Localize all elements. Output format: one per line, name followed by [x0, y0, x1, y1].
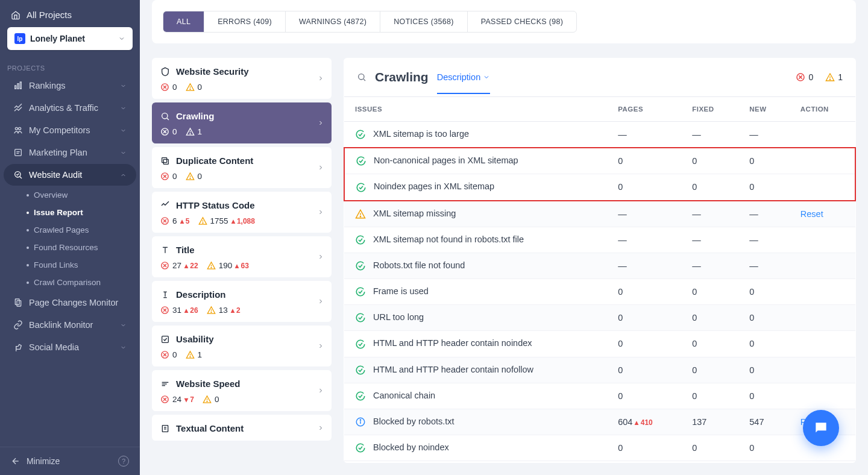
- search-icon[interactable]: [357, 72, 366, 82]
- svg-point-31: [190, 178, 190, 178]
- warn-count: 1: [198, 350, 203, 359]
- filter-tab[interactable]: PASSED CHECKS (98): [468, 11, 576, 32]
- issue-row[interactable]: HTML and HTTP header contain nofollow 0 …: [344, 357, 855, 383]
- sidebar-item-backlink-monitor[interactable]: Backlink Monitor: [4, 314, 136, 336]
- chat-icon: [813, 420, 829, 436]
- header-counts: 0 1: [796, 72, 843, 82]
- header-warn-count: 1: [838, 72, 843, 82]
- sidebar-item-social-media[interactable]: Social Media: [4, 336, 136, 358]
- category-card[interactable]: Title27▴ 22190▴ 63: [152, 236, 332, 277]
- issue-row[interactable]: XML sitemap missing — — — Reset: [344, 201, 855, 227]
- new-cell: 0: [738, 279, 790, 305]
- category-card[interactable]: Crawling01: [152, 102, 332, 143]
- svg-point-77: [357, 157, 365, 166]
- sidebar-item-website-audit[interactable]: Website Audit: [4, 164, 136, 186]
- issue-name: XML sitemap missing: [373, 209, 456, 218]
- issue-name: Blocked by noindex: [373, 442, 449, 452]
- issue-name: Frame is used: [373, 286, 429, 296]
- filter-tab[interactable]: NOTICES (3568): [380, 11, 467, 32]
- category-name: Website Speed: [176, 379, 240, 389]
- pages-cell: 0: [607, 305, 681, 331]
- minimize-button[interactable]: Minimize ?: [0, 447, 140, 475]
- bullet-icon: [27, 247, 29, 249]
- category-panel[interactable]: Website Security00Crawling01Duplicate Co…: [152, 58, 332, 463]
- issue-row[interactable]: XML sitemap is too large — — —: [344, 122, 855, 148]
- category-card[interactable]: Textual Content: [152, 415, 332, 441]
- svg-point-18: [162, 113, 168, 118]
- svg-point-80: [360, 216, 360, 216]
- action-cell: [790, 227, 855, 253]
- issue-row[interactable]: Frame is used 0 0 0: [344, 279, 855, 305]
- category-card[interactable]: Duplicate Content00: [152, 147, 332, 188]
- nav-icon: [13, 298, 23, 307]
- all-projects-link[interactable]: All Projects: [0, 0, 140, 27]
- sidebar-item-page-changes-monitor[interactable]: Page Changes Monitor: [4, 292, 136, 313]
- issue-name-cell: Blocked by noindex: [344, 435, 607, 461]
- action-cell: Reset: [790, 201, 855, 227]
- project-selector[interactable]: lp Lonely Planet: [7, 27, 133, 50]
- pages-cell: 0: [607, 148, 681, 174]
- help-icon[interactable]: ?: [118, 456, 129, 467]
- sidebar-subitem-crawled-pages[interactable]: Crawled Pages: [27, 221, 140, 239]
- projects-section-label: PROJECTS: [0, 60, 140, 74]
- error-delta: ▴ 5: [180, 217, 190, 225]
- issue-row[interactable]: Blocked by robots.txt 604 ▴ 410 137 547 …: [344, 409, 855, 435]
- svg-point-65: [207, 401, 207, 401]
- error-icon: [160, 306, 169, 315]
- subitem-label: Crawled Pages: [34, 225, 89, 234]
- sidebar-subitem-found-resources[interactable]: Found Resources: [27, 239, 140, 256]
- issue-row[interactable]: URL too long 0 0 0: [344, 305, 855, 331]
- svg-point-85: [356, 340, 365, 348]
- issue-row[interactable]: Canonical chain 0 0 0: [344, 383, 855, 409]
- sidebar-subitem-issue-report[interactable]: Issue Report: [27, 204, 140, 221]
- sidebar-item-marketing-plan[interactable]: Marketing Plan: [4, 142, 136, 163]
- category-counts: 01: [160, 127, 323, 136]
- issue-row[interactable]: Noindex pages in XML sitemap 0 0 0: [344, 174, 855, 201]
- error-icon: [160, 83, 169, 92]
- error-count: 0: [172, 350, 177, 359]
- issue-row[interactable]: Non-canonical pages in XML sitemap 0 0 0: [344, 148, 855, 174]
- filter-tab[interactable]: ERRORS (409): [204, 11, 286, 32]
- view-mode-selector[interactable]: Description: [437, 72, 491, 94]
- header-error-count: 0: [808, 72, 813, 82]
- issue-row[interactable]: Robots.txt file not found — — —: [344, 253, 855, 278]
- fixed-cell: —: [681, 253, 738, 278]
- svg-line-70: [363, 79, 365, 81]
- chevron-down-icon: [120, 149, 127, 156]
- sidebar-item-analytics-traffic[interactable]: Analytics & Traffic: [4, 97, 136, 119]
- warning-icon: [186, 172, 195, 181]
- check-icon: [355, 260, 366, 271]
- chevron-right-icon: [317, 342, 324, 350]
- reset-link[interactable]: Reset: [800, 209, 823, 219]
- sidebar-item-rankings[interactable]: Rankings: [4, 75, 136, 96]
- warning-icon: [207, 306, 216, 315]
- bullet-icon: [27, 212, 29, 214]
- sidebar-subitem-overview[interactable]: Overview: [27, 186, 140, 204]
- svg-line-19: [167, 118, 169, 119]
- error-icon: [796, 72, 805, 82]
- filter-tab[interactable]: WARNINGS (4872): [286, 11, 380, 32]
- warning-icon: [207, 261, 216, 270]
- category-card[interactable]: Website Speed24▾ 70: [152, 370, 332, 411]
- fixed-cell: 0: [681, 357, 738, 383]
- category-card[interactable]: Website Security00: [152, 58, 332, 99]
- sidebar-subitem-crawl-comparison[interactable]: Crawl Comparison: [27, 274, 140, 291]
- nav-label: My Competitors: [29, 125, 90, 135]
- category-card[interactable]: Description31▴ 2613▴ 2: [152, 281, 332, 322]
- error-count: 0: [172, 83, 177, 92]
- category-card[interactable]: HTTP Status Code6▴ 51755▴ 1,088: [152, 192, 332, 233]
- issue-row[interactable]: HTML and HTTP header contain noindex 0 0…: [344, 331, 855, 357]
- sidebar-subitem-found-links[interactable]: Found Links: [27, 256, 140, 274]
- category-card[interactable]: Usability01: [152, 326, 332, 366]
- sidebar-item-my-competitors[interactable]: My Competitors: [4, 119, 136, 141]
- chat-fab[interactable]: [803, 410, 839, 446]
- pages-cell: 0: [607, 383, 681, 409]
- chevron-down-icon: [120, 83, 127, 89]
- issue-row[interactable]: XML sitemap not found in robots.txt file…: [344, 227, 855, 253]
- home-icon: [11, 10, 20, 20]
- detail-title: Crawling: [375, 70, 429, 84]
- chevron-right-icon: [317, 75, 324, 82]
- issue-row[interactable]: Blocked by noindex 0 0 0: [344, 435, 855, 461]
- warn-count: 0: [198, 172, 203, 181]
- filter-tab[interactable]: ALL: [163, 11, 204, 32]
